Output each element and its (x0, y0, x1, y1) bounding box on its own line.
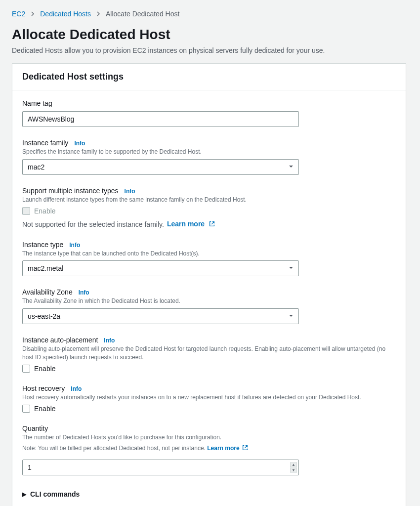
breadcrumb-ec2[interactable]: EC2 (12, 10, 25, 18)
host-recovery-label: Host recovery (22, 384, 65, 392)
field-host-recovery: Host recovery Info Host recovery automat… (22, 384, 396, 413)
multi-types-info-link[interactable]: Info (125, 188, 135, 195)
instance-type-info-link[interactable]: Info (69, 242, 80, 249)
instance-family-help: Specifies the instance family to be supp… (22, 148, 396, 156)
auto-placement-help: Disabling auto-placement will preserve t… (22, 345, 396, 362)
auto-placement-checkbox[interactable] (22, 365, 30, 373)
host-recovery-help: Host recovery automatically restarts you… (22, 393, 396, 402)
az-info-link[interactable]: Info (79, 289, 89, 296)
az-label: Availability Zone (22, 288, 73, 296)
field-availability-zone: Availability Zone Info The Availability … (22, 288, 396, 324)
multi-types-label: Support multiple instance types (22, 187, 119, 195)
chevron-right-icon (96, 10, 101, 18)
instance-family-label: Instance family (22, 139, 68, 147)
page-title: Allocate Dedicated Host (12, 27, 406, 42)
multi-types-checkbox-label: Enable (34, 207, 56, 215)
breadcrumb-current: Allocate Dedicated Host (106, 10, 179, 18)
chevron-right-icon (30, 10, 35, 18)
quantity-learn-more-link[interactable]: Learn more (207, 445, 248, 452)
panel-header: Dedicated Host settings (12, 64, 406, 90)
quantity-help-2: Note: You will be billed per allocated D… (22, 444, 396, 454)
stepper-down-icon[interactable]: ▼ (290, 468, 297, 473)
breadcrumb: EC2 Dedicated Hosts Allocate Dedicated H… (12, 10, 406, 18)
name-tag-label: Name tag (22, 99, 52, 107)
multi-types-help: Launch different instance types from the… (22, 196, 396, 204)
multi-types-learn-more-link[interactable]: Learn more (167, 220, 215, 229)
triangle-right-icon: ▶ (22, 491, 26, 498)
instance-family-info-link[interactable]: Info (74, 140, 85, 147)
name-tag-input[interactable] (22, 111, 299, 127)
quantity-input[interactable] (22, 460, 299, 475)
instance-type-help: The instance type that can be launched o… (22, 250, 396, 258)
instance-type-label: Instance type (22, 241, 63, 249)
host-recovery-info-link[interactable]: Info (71, 385, 82, 392)
cli-commands-label: CLI commands (30, 490, 80, 498)
quantity-help-1: The number of Dedicated Hosts you'd like… (22, 433, 396, 442)
auto-placement-info-link[interactable]: Info (104, 337, 115, 344)
external-link-icon (242, 444, 249, 454)
quantity-stepper[interactable]: ▲ ▼ (290, 463, 297, 473)
field-auto-placement: Instance auto-placement Info Disabling a… (22, 336, 396, 373)
auto-placement-checkbox-label: Enable (34, 365, 56, 373)
panel-title: Dedicated Host settings (22, 72, 396, 82)
breadcrumb-dedicated-hosts[interactable]: Dedicated Hosts (40, 10, 91, 18)
field-name-tag: Name tag (22, 99, 396, 127)
quantity-label: Quantity (22, 424, 48, 432)
field-instance-type: Instance type Info The instance type tha… (22, 241, 396, 277)
field-instance-family: Instance family Info Specifies the insta… (22, 139, 396, 175)
page-description: Dedicated Hosts allow you to provision E… (12, 46, 406, 54)
az-select[interactable] (22, 308, 299, 324)
instance-type-select[interactable] (22, 260, 299, 276)
settings-panel: Dedicated Host settings Name tag Instanc… (12, 63, 406, 506)
stepper-up-icon[interactable]: ▲ (290, 463, 297, 467)
auto-placement-label: Instance auto-placement (22, 336, 98, 344)
multi-types-checkbox (22, 207, 30, 215)
field-multi-instance-types: Support multiple instance types Info Lau… (22, 187, 396, 229)
multi-types-not-supported-text: Not supported for the selected instance … (22, 220, 164, 228)
external-link-icon (209, 220, 215, 229)
field-quantity: Quantity The number of Dedicated Hosts y… (22, 424, 396, 476)
instance-family-select[interactable] (22, 159, 299, 175)
cli-commands-toggle[interactable]: ▶ CLI commands (22, 487, 396, 506)
az-help: The Availability Zone in which the Dedic… (22, 297, 396, 305)
host-recovery-checkbox-label: Enable (34, 405, 56, 413)
host-recovery-checkbox[interactable] (22, 405, 30, 413)
